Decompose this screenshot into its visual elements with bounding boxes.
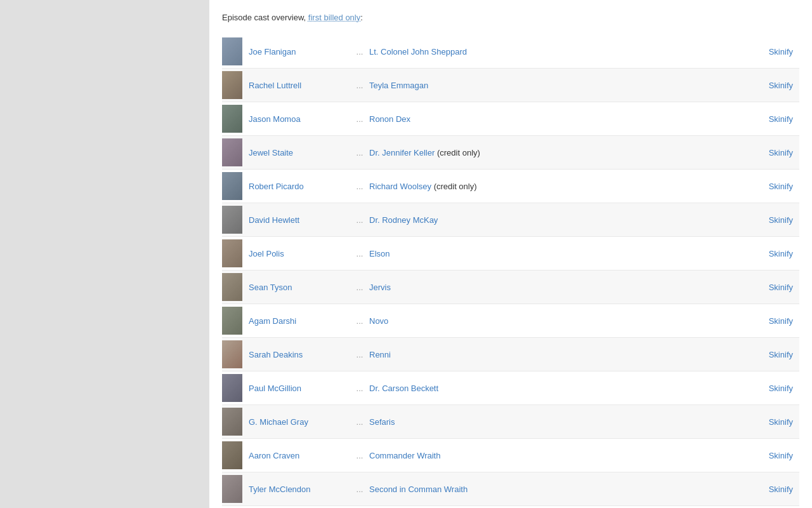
ellipsis[interactable]: ... (350, 114, 369, 124)
actor-name[interactable]: Joe Flanigan (249, 47, 350, 57)
character-name: Ronon Dex (369, 114, 755, 124)
ellipsis[interactable]: ... (350, 384, 369, 393)
ellipsis[interactable]: ... (350, 81, 369, 90)
actor-name[interactable]: Sean Tyson (249, 283, 350, 292)
cast-row: Agam Darshi...NovoSkinify (222, 304, 799, 338)
cast-row: Sarah Deakins...RenniSkinify (222, 338, 799, 371)
skinify-button[interactable]: Skinify (755, 114, 799, 124)
actor-thumbnail (222, 105, 242, 133)
ellipsis[interactable]: ... (350, 47, 369, 57)
actor-name[interactable]: David Hewlett (249, 215, 350, 225)
character-name: Jervis (369, 283, 755, 292)
actor-thumbnail (222, 307, 242, 335)
actor-name[interactable]: G. Michael Gray (249, 417, 350, 427)
ellipsis[interactable]: ... (350, 451, 369, 460)
ellipsis[interactable]: ... (350, 148, 369, 157)
cast-list: Joe Flanigan...Lt. Colonel John Sheppard… (222, 35, 799, 508)
ellipsis[interactable]: ... (350, 182, 369, 191)
skinify-button[interactable]: Skinify (755, 148, 799, 157)
actor-thumbnail (222, 273, 242, 301)
actor-thumbnail (222, 239, 242, 267)
cast-row: David Hewlett...Dr. Rodney McKaySkinify (222, 203, 799, 237)
actor-thumbnail (222, 172, 242, 200)
actor-name[interactable]: Sarah Deakins (249, 350, 350, 359)
cast-row: Paul McGillion...Dr. Carson BeckettSkini… (222, 371, 799, 405)
ellipsis[interactable]: ... (350, 350, 369, 359)
cast-row: Robert Picardo...Richard Woolsey (credit… (222, 170, 799, 203)
actor-name[interactable]: Jewel Staite (249, 148, 350, 157)
actor-name[interactable]: Agam Darshi (249, 316, 350, 326)
cast-row: Aaron Craven...Commander WraithSkinify (222, 439, 799, 472)
skinify-button[interactable]: Skinify (755, 215, 799, 225)
skinify-button[interactable]: Skinify (755, 485, 799, 494)
skinify-button[interactable]: Skinify (755, 47, 799, 57)
actor-name[interactable]: Jason Momoa (249, 114, 350, 124)
actor-name[interactable]: Aaron Craven (249, 451, 350, 460)
character-name: Elson (369, 249, 755, 258)
skinify-button[interactable]: Skinify (755, 316, 799, 326)
character-name: Dr. Carson Beckett (369, 384, 755, 393)
actor-name[interactable]: Tyler McClendon (249, 485, 350, 494)
cast-row: G. Michael Gray...SefarisSkinify (222, 405, 799, 439)
header-text: Episode cast overview, (222, 13, 308, 22)
character-name: Richard Woolsey (credit only) (369, 182, 755, 191)
left-sidebar (0, 0, 209, 508)
actor-name[interactable]: Robert Picardo (249, 182, 350, 191)
header-highlight: first billed only (308, 13, 360, 22)
skinify-button[interactable]: Skinify (755, 182, 799, 191)
character-name: Novo (369, 316, 755, 326)
cast-row: Jason Momoa...Ronon DexSkinify (222, 102, 799, 136)
actor-thumbnail (222, 71, 242, 99)
ellipsis[interactable]: ... (350, 215, 369, 225)
cast-row: Joe Flanigan...Lt. Colonel John Sheppard… (222, 35, 799, 69)
actor-thumbnail (222, 37, 242, 65)
skinify-button[interactable]: Skinify (755, 384, 799, 393)
actor-thumbnail (222, 475, 242, 503)
header-colon: : (360, 13, 363, 22)
skinify-button[interactable]: Skinify (755, 350, 799, 359)
character-name: Dr. Rodney McKay (369, 215, 755, 225)
actor-name[interactable]: Rachel Luttrell (249, 81, 350, 90)
ellipsis[interactable]: ... (350, 316, 369, 326)
actor-thumbnail (222, 374, 242, 402)
skinify-button[interactable]: Skinify (755, 417, 799, 427)
actor-thumbnail (222, 138, 242, 166)
actor-thumbnail (222, 340, 242, 368)
ellipsis[interactable]: ... (350, 485, 369, 494)
character-name: Teyla Emmagan (369, 81, 755, 90)
cast-row: Tyler McClendon...Second in Comman Wrait… (222, 472, 799, 506)
episode-header: Episode cast overview, first billed only… (222, 13, 799, 27)
main-content: Episode cast overview, first billed only… (209, 0, 812, 508)
skinify-button[interactable]: Skinify (755, 81, 799, 90)
page-wrapper: Episode cast overview, first billed only… (0, 0, 812, 508)
skinify-button[interactable]: Skinify (755, 249, 799, 258)
cast-row: Joel Polis...ElsonSkinify (222, 237, 799, 271)
cast-row: Jewel Staite...Dr. Jennifer Keller (cred… (222, 136, 799, 170)
character-name: Dr. Jennifer Keller (credit only) (369, 148, 755, 157)
ellipsis[interactable]: ... (350, 417, 369, 427)
character-name: Commander Wraith (369, 451, 755, 460)
ellipsis[interactable]: ... (350, 283, 369, 292)
actor-name[interactable]: Paul McGillion (249, 384, 350, 393)
skinify-button[interactable]: Skinify (755, 451, 799, 460)
character-name: Lt. Colonel John Sheppard (369, 47, 755, 57)
character-name: Sefaris (369, 417, 755, 427)
skinify-button[interactable]: Skinify (755, 283, 799, 292)
cast-row: Sean Tyson...JervisSkinify (222, 271, 799, 304)
cast-row: Rachel Luttrell...Teyla EmmaganSkinify (222, 69, 799, 102)
actor-thumbnail (222, 441, 242, 469)
actor-thumbnail (222, 206, 242, 234)
actor-name[interactable]: Joel Polis (249, 249, 350, 258)
actor-thumbnail (222, 408, 242, 436)
character-name: Renni (369, 350, 755, 359)
character-name: Second in Comman Wraith (369, 485, 755, 494)
ellipsis[interactable]: ... (350, 249, 369, 258)
